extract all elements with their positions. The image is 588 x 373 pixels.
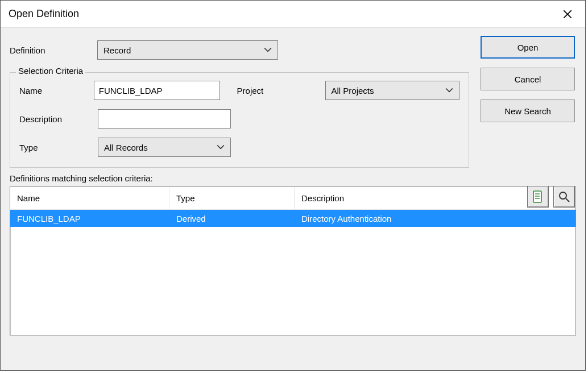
- column-header-name[interactable]: Name: [10, 187, 169, 209]
- cell-description: Directory Authentication: [295, 214, 575, 223]
- chevron-down-icon: [217, 144, 225, 150]
- selection-criteria-legend: Selection Criteria: [16, 66, 85, 76]
- button-panel: Open Cancel New Search: [481, 36, 575, 122]
- type-value: All Records: [104, 143, 148, 152]
- open-button[interactable]: Open: [481, 36, 575, 59]
- description-input[interactable]: [98, 109, 231, 129]
- search-view-button[interactable]: [553, 186, 575, 208]
- name-input[interactable]: [94, 81, 220, 100]
- project-label: Project: [237, 86, 285, 96]
- open-definition-dialog: Open Definition Open Cancel New Search: [0, 0, 586, 371]
- description-label: Description: [19, 114, 92, 124]
- dialog-title: Open Definition: [9, 8, 79, 20]
- cell-type: Derived: [169, 214, 295, 223]
- list-icon: [532, 190, 544, 203]
- magnifier-icon: [558, 190, 570, 203]
- definition-label: Definition: [10, 45, 87, 55]
- list-view-button[interactable]: [527, 186, 549, 208]
- cancel-button[interactable]: Cancel: [481, 68, 575, 90]
- project-select[interactable]: All Projects: [325, 81, 459, 100]
- close-button[interactable]: [554, 5, 581, 23]
- project-value: All Projects: [332, 86, 374, 96]
- svg-rect-2: [533, 191, 541, 202]
- definition-select[interactable]: Record: [97, 40, 278, 60]
- type-row: Type All Records: [19, 138, 459, 157]
- svg-point-6: [560, 192, 566, 199]
- type-select[interactable]: All Records: [98, 138, 231, 157]
- close-icon: [564, 10, 572, 18]
- chevron-down-icon: [264, 47, 272, 53]
- column-header-type[interactable]: Type: [169, 187, 295, 209]
- name-label: Name: [19, 86, 88, 96]
- dialog-body: Open Cancel New Search Definit: [1, 28, 585, 370]
- results-toolbar: [527, 186, 575, 208]
- name-row: Name Project All Projects: [19, 81, 459, 100]
- selection-criteria-group: Selection Criteria Name Project All Proj…: [10, 72, 469, 168]
- chevron-down-icon: [445, 88, 453, 93]
- description-row: Description: [19, 109, 459, 129]
- type-label: Type: [19, 143, 92, 152]
- results-label: Definitions matching selection criteria:: [10, 173, 576, 183]
- definition-value: Record: [103, 45, 131, 55]
- table-row[interactable]: FUNCLIB_LDAP Derived Directory Authentic…: [10, 210, 575, 227]
- new-search-button[interactable]: New Search: [481, 100, 575, 122]
- svg-line-7: [566, 198, 569, 202]
- titlebar: Open Definition: [1, 1, 585, 28]
- cell-name: FUNCLIB_LDAP: [10, 214, 169, 223]
- results-listbox[interactable]: Name Type Description FUNCLIB_LDAP Deriv…: [10, 186, 576, 335]
- results-header: Name Type Description: [10, 187, 575, 210]
